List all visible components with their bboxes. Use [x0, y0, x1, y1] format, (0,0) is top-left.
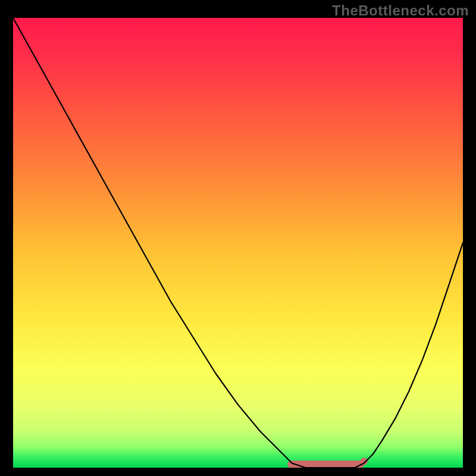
chart-frame: TheBottleneck.com	[0, 0, 476, 476]
plot-area	[13, 18, 463, 468]
gradient-background	[13, 18, 463, 468]
chart-svg	[13, 18, 463, 468]
optimal-range-marker	[287, 461, 364, 468]
watermark-text: TheBottleneck.com	[332, 2, 469, 19]
